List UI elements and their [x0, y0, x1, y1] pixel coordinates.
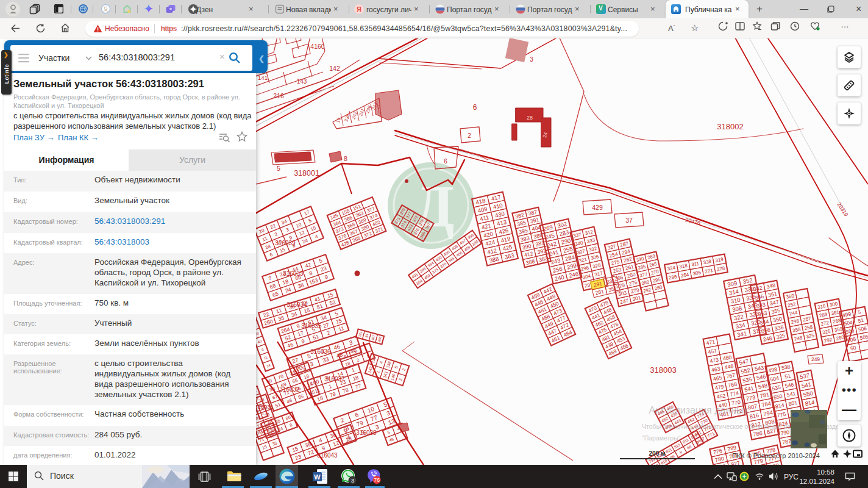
svg-text:142: 142 [329, 65, 340, 72]
svg-text:5: 5 [277, 165, 280, 172]
svg-text:216: 216 [273, 92, 284, 99]
svg-text:316038: 316038 [356, 429, 377, 436]
svg-text:316035: 316035 [301, 323, 322, 329]
svg-text:249: 249 [811, 356, 820, 362]
svg-text:6: 6 [473, 103, 477, 112]
svg-text:200 м: 200 м [649, 450, 666, 457]
svg-text:76: 76 [374, 477, 380, 483]
svg-text:3: 3 [351, 478, 354, 484]
svg-text:316034: 316034 [286, 301, 307, 308]
svg-text:2: 2 [468, 132, 471, 139]
svg-text:Д: Д [414, 174, 455, 239]
svg-text:8: 8 [344, 155, 347, 162]
svg-text:316037: 316037 [324, 376, 345, 382]
svg-text:28: 28 [527, 115, 533, 121]
svg-text:318001: 318001 [294, 169, 319, 178]
svg-text:316033: 316033 [283, 270, 304, 277]
svg-text:ПКК © Росреестр 2010-2024: ПКК © Росреестр 2010-2024 [732, 452, 820, 459]
svg-text:6: 6 [444, 158, 447, 165]
svg-text:3: 3 [530, 56, 533, 63]
svg-text:318002: 318002 [717, 122, 743, 131]
svg-text:51: 51 [784, 373, 791, 380]
svg-text:143: 143 [297, 78, 307, 85]
svg-text:316036: 316036 [310, 348, 331, 355]
svg-text:"Параметры": "Параметры" [642, 434, 681, 442]
svg-text:316039: 316039 [275, 240, 296, 246]
svg-text:W: W [314, 473, 321, 481]
svg-text:4160: 4160 [310, 43, 325, 50]
svg-text:141: 141 [258, 74, 268, 81]
svg-text:318003: 318003 [650, 365, 676, 375]
svg-text:37: 37 [625, 217, 633, 224]
svg-text:Актуализация данных: Актуализация данных [649, 405, 748, 415]
svg-text:429: 429 [592, 204, 603, 211]
svg-text:316032: 316032 [279, 386, 300, 393]
